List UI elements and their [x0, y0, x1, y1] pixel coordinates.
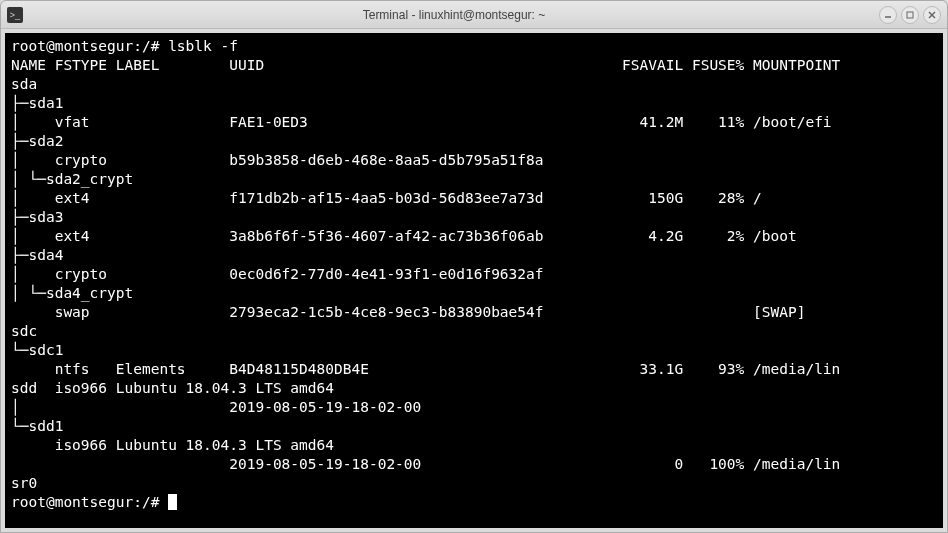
terminal-icon: >_ — [7, 7, 23, 23]
window-title: Terminal - linuxhint@montsegur: ~ — [29, 8, 879, 22]
terminal-content[interactable]: root@montsegur:/# lsblk -f NAME FSTYPE L… — [1, 29, 947, 532]
terminal-window: >_ Terminal - linuxhint@montsegur: ~ roo… — [0, 0, 948, 533]
minimize-button[interactable] — [879, 6, 897, 24]
svg-rect-1 — [907, 12, 913, 18]
window-controls — [879, 6, 941, 24]
titlebar: >_ Terminal - linuxhint@montsegur: ~ — [1, 1, 947, 29]
close-button[interactable] — [923, 6, 941, 24]
maximize-button[interactable] — [901, 6, 919, 24]
